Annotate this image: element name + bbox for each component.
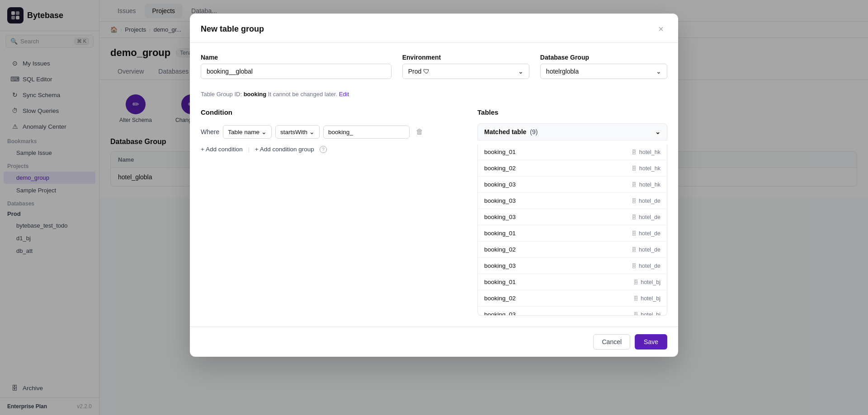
table-item-db: 🗄 hotel_bj <box>632 312 660 316</box>
table-item: booking_02 🗄 hotel_hk <box>478 160 667 177</box>
table-item-name: booking_03 <box>484 181 516 188</box>
table-item: booking_01 🗄 hotel_bj <box>478 274 667 290</box>
env-label: Environment <box>402 54 529 61</box>
table-item-db: 🗄 hotel_de <box>631 230 660 237</box>
table-item: booking_03 🗄 hotel_de <box>478 193 667 209</box>
table-item-name: booking_01 <box>484 279 516 285</box>
field-select[interactable]: Table name ⌄ <box>223 125 272 139</box>
condition-title: Condition <box>201 108 467 116</box>
table-item-name: booking_02 <box>484 295 516 302</box>
form-group-name: Name <box>201 54 392 79</box>
condition-row: Where Table name ⌄ startsWith ⌄ 🗑 <box>201 125 467 139</box>
table-item-db: 🗄 hotel_bj <box>632 279 660 285</box>
modal-footer: Cancel Save <box>190 326 678 357</box>
table-item-name: booking_03 <box>484 214 516 220</box>
table-item-name: booking_02 <box>484 165 516 172</box>
condition-tables-row: Condition Where Table name ⌄ startsWith … <box>201 108 667 316</box>
database-icon: 🗄 <box>632 312 639 316</box>
database-icon: 🗄 <box>632 279 639 285</box>
modal-title: New table group <box>201 24 264 34</box>
condition-value-input[interactable] <box>323 126 410 139</box>
table-item-name: booking_03 <box>484 197 516 204</box>
name-label: Name <box>201 54 392 61</box>
database-icon: 🗄 <box>631 247 637 253</box>
modal-header: New table group × <box>190 14 678 43</box>
save-button[interactable]: Save <box>635 334 667 350</box>
modal-overlay: New table group × Name Environment Prod … <box>0 0 868 415</box>
env-value: Prod 🛡 <box>408 68 429 75</box>
tables-title: Tables <box>477 108 667 116</box>
table-item-db: 🗄 hotel_de <box>631 247 660 253</box>
cancel-button[interactable]: Cancel <box>593 334 630 350</box>
dbg-label: Database Group <box>540 54 667 61</box>
table-item-db: 🗄 hotel_de <box>631 214 660 220</box>
table-item-name: booking_03 <box>484 262 516 269</box>
table-item: booking_03 🗄 hotel_de <box>478 209 667 225</box>
operator-value: startsWith <box>280 129 307 135</box>
database-icon: 🗄 <box>631 165 637 172</box>
add-condition-row: + Add condition | + Add condition group … <box>201 144 467 154</box>
table-item-db: 🗄 hotel_bj <box>632 295 660 302</box>
table-item: booking_01 🗄 hotel_hk <box>478 144 667 160</box>
table-item: booking_03 🗄 hotel_bj <box>478 307 667 316</box>
matched-header[interactable]: Matched table (9) ⌄ <box>477 123 667 140</box>
dbg-select[interactable]: hotelrglobla ⌄ <box>540 64 667 79</box>
table-item-name: booking_02 <box>484 246 516 253</box>
add-condition-group-button[interactable]: + Add condition group <box>255 144 314 154</box>
table-item-name: booking_03 <box>484 311 516 316</box>
matched-label: Matched table <box>484 128 526 135</box>
form-top-row: Name Environment Prod 🛡 ⌄ Database Group… <box>201 54 667 79</box>
table-item-name: booking_01 <box>484 149 516 155</box>
field-value: Table name <box>228 129 259 135</box>
modal: New table group × Name Environment Prod … <box>190 14 678 357</box>
table-item: booking_02 🗄 hotel_de <box>478 242 667 258</box>
table-item: booking_01 🗄 hotel_de <box>478 225 667 242</box>
table-item: booking_02 🗄 hotel_bj <box>478 290 667 307</box>
condition-section: Condition Where Table name ⌄ startsWith … <box>201 108 467 316</box>
table-item-db: 🗄 hotel_de <box>631 263 660 269</box>
chevron-down-icon: ⌄ <box>656 68 661 75</box>
add-condition-button[interactable]: + Add condition <box>201 144 243 154</box>
name-input[interactable] <box>201 64 392 79</box>
table-item: booking_03 🗄 hotel_de <box>478 258 667 274</box>
chevron-down-icon: ⌄ <box>309 128 315 135</box>
table-item-db: 🗄 hotel_hk <box>631 182 660 188</box>
operator-select[interactable]: startsWith ⌄ <box>275 125 320 139</box>
edit-link[interactable]: Edit <box>339 91 349 98</box>
database-icon: 🗄 <box>631 182 637 188</box>
info-icon[interactable]: ? <box>320 146 327 153</box>
database-icon: 🗄 <box>631 198 637 204</box>
chevron-down-icon: ⌄ <box>261 128 267 135</box>
table-item-db: 🗄 hotel_de <box>631 198 660 204</box>
table-group-id-hint: Table Group ID: booking It cannot be cha… <box>201 91 667 98</box>
tables-section: Tables Matched table (9) ⌄ booking_01 🗄 … <box>477 108 667 316</box>
database-icon: 🗄 <box>632 295 639 302</box>
form-group-db-group: Database Group hotelrglobla ⌄ <box>540 54 667 79</box>
table-item-db: 🗄 hotel_hk <box>631 165 660 172</box>
table-item-db: 🗄 hotel_hk <box>631 149 660 155</box>
where-label: Where <box>201 128 219 135</box>
table-item: booking_03 🗄 hotel_hk <box>478 177 667 193</box>
chevron-down-icon: ⌄ <box>655 128 660 135</box>
tables-list: booking_01 🗄 hotel_hk booking_02 🗄 hotel… <box>477 144 667 316</box>
form-group-environment: Environment Prod 🛡 ⌄ <box>402 54 529 79</box>
table-item-name: booking_01 <box>484 230 516 237</box>
condition-delete-button[interactable]: 🗑 <box>413 126 426 138</box>
database-icon: 🗄 <box>631 230 637 237</box>
database-icon: 🗄 <box>631 263 637 269</box>
env-select[interactable]: Prod 🛡 ⌄ <box>402 64 529 79</box>
matched-count: (9) <box>530 128 538 135</box>
database-icon: 🗄 <box>631 149 637 155</box>
chevron-down-icon: ⌄ <box>518 68 524 75</box>
database-icon: 🗄 <box>631 214 637 220</box>
modal-body: Name Environment Prod 🛡 ⌄ Database Group… <box>190 43 678 326</box>
dbg-value: hotelrglobla <box>546 68 579 75</box>
modal-close-button[interactable]: × <box>655 23 667 35</box>
